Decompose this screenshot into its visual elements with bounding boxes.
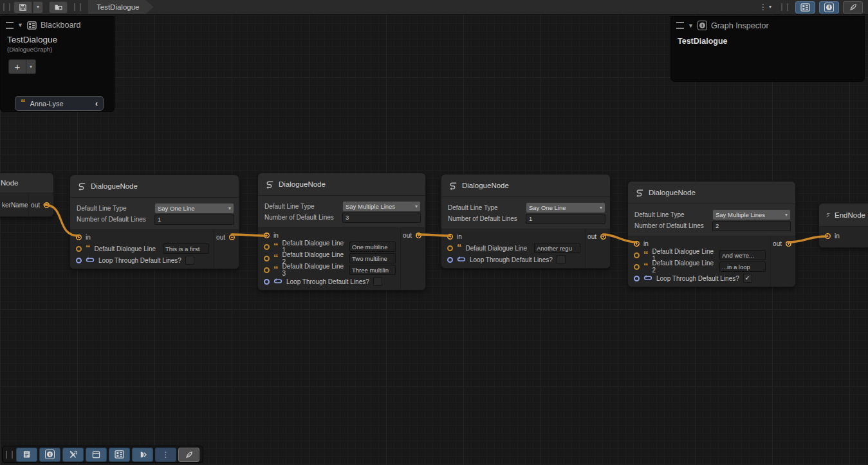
line-type-dropdown[interactable]: Say One Line▾	[526, 202, 605, 213]
collapse-triangle-icon[interactable]: ▼	[17, 22, 23, 28]
dialogue-line-field[interactable]: Two multiline	[349, 253, 396, 263]
save-icon	[19, 3, 27, 12]
preview-panel-button[interactable]	[132, 448, 153, 462]
open-asset-button[interactable]	[49, 1, 68, 14]
dialogue-line-field[interactable]: Three multilin	[349, 265, 396, 275]
field-label: Number of Default Lines	[634, 222, 712, 229]
save-button[interactable]	[14, 1, 32, 14]
flow-icon	[264, 180, 274, 189]
dialogue-line-field[interactable]: Another regu	[534, 243, 580, 253]
graph-asset-name: TestDialogue	[7, 35, 107, 44]
input-port[interactable]	[634, 252, 640, 258]
field-label: Default Line Type	[448, 204, 526, 211]
overlay-kebab-button[interactable]: ⋮	[155, 448, 176, 462]
dialogue-node-4[interactable]: DialogueNode Default Line Type Say Multi…	[627, 181, 796, 287]
quote-icon	[273, 268, 279, 272]
edge[interactable]	[232, 234, 266, 236]
dialogue-tool-button[interactable]	[178, 448, 199, 462]
port-label: out	[31, 202, 40, 209]
dialogue-line-field[interactable]: And we're...	[719, 250, 766, 260]
graph-breadcrumb-tab[interactable]: TestDialogue	[88, 0, 153, 14]
blackboard-panel[interactable]: ▼ Blackboard TestDialogue (DialogueGraph…	[0, 16, 115, 112]
node-title: EndNode	[835, 211, 865, 219]
loop-icon	[86, 256, 95, 264]
quote-icon	[643, 265, 649, 269]
line-count-field[interactable]: 1	[154, 214, 234, 225]
collapse-triangle-icon[interactable]: ▼	[688, 23, 694, 29]
overlay-menu-button[interactable]: ⋮ ▾	[757, 3, 774, 11]
toolbar-drag-handle[interactable]	[3, 3, 10, 11]
dialogue-line-field[interactable]: This is a first	[163, 243, 209, 254]
input-port[interactable]	[264, 244, 270, 250]
flow-icon	[634, 188, 644, 198]
dialogue-tool-toggle-button[interactable]	[843, 1, 863, 14]
info-icon: i	[824, 3, 834, 12]
toolbar-drag-handle[interactable]	[6, 451, 13, 459]
blackboard-entry-label: Anna-Lyse	[30, 100, 91, 108]
end-node[interactable]: EndNode in	[818, 203, 868, 248]
quote-icon	[21, 101, 26, 106]
blackboard-toggle-button[interactable]	[795, 1, 815, 14]
blackboard-panel-button[interactable]	[109, 448, 130, 462]
field-label: Number of Default Lines	[264, 214, 342, 221]
input-port[interactable]	[76, 246, 82, 252]
dialogue-node-1[interactable]: DialogueNode Default Line Type Say One L…	[69, 175, 239, 269]
input-port[interactable]	[264, 279, 270, 285]
line-type-dropdown[interactable]: Say Multiple Lines▾	[342, 201, 421, 212]
loop-checkbox[interactable]	[557, 255, 566, 264]
toolbar-drag-handle[interactable]	[74, 3, 81, 11]
loop-checkbox[interactable]: ✓	[743, 274, 752, 283]
console-panel-button[interactable]	[16, 448, 37, 462]
node-title: DialogueNode	[462, 182, 509, 189]
input-port[interactable]	[634, 276, 640, 281]
field-label: Number of Default Lines	[77, 216, 154, 223]
drag-handle-icon[interactable]	[6, 22, 14, 29]
loop-checkbox[interactable]	[185, 256, 194, 265]
top-toolbar: ▾ TestDialogue ⋮ ▾ i	[0, 0, 868, 15]
chevron-down-icon: ▾	[37, 5, 39, 10]
loop-checkbox[interactable]	[373, 277, 382, 286]
input-port[interactable]	[264, 267, 270, 273]
graph-inspector-panel[interactable]: ▼ i Graph Inspector TestDialogue	[670, 16, 865, 82]
toolbar-drag-handle[interactable]	[781, 3, 788, 11]
half-disc-chevron-icon	[138, 451, 147, 459]
input-port[interactable]	[634, 264, 640, 270]
line-type-dropdown[interactable]: Say One Line▾	[154, 203, 234, 214]
drag-handle-icon[interactable]	[676, 22, 684, 29]
field-label: Default Line Type	[634, 211, 712, 218]
graph-editor-canvas[interactable]: Node kerName out DialogueNode Default Li…	[0, 0, 868, 465]
tools-panel-button[interactable]	[62, 448, 84, 462]
graph-inspector-toggle-button[interactable]: i	[819, 1, 839, 14]
chevron-down-icon: ▾	[769, 5, 771, 10]
inspector-panel-button[interactable]: i	[39, 448, 60, 462]
chevron-down-icon: ▾	[415, 204, 418, 209]
input-port[interactable]	[264, 256, 270, 261]
node-title: DialogueNode	[91, 182, 138, 190]
dialogue-line-field[interactable]: ...in a loop	[719, 261, 766, 272]
node-title: DialogueNode	[649, 189, 696, 196]
input-port[interactable]	[447, 257, 453, 263]
window-panel-button[interactable]	[86, 448, 107, 462]
input-port[interactable]	[76, 258, 82, 263]
info-icon: i	[697, 21, 707, 30]
dialogue-node-3[interactable]: DialogueNode Default Line Type Say One L…	[441, 174, 611, 269]
blackboard-entry[interactable]: Anna-Lyse ‹	[15, 96, 104, 111]
quote-icon	[86, 247, 91, 251]
save-dropdown-button[interactable]: ▾	[33, 1, 43, 14]
line-count-field[interactable]: 2	[712, 221, 791, 231]
edge[interactable]	[418, 234, 450, 236]
blackboard-icon	[115, 450, 124, 459]
input-port[interactable]	[447, 245, 453, 251]
line-count-field[interactable]: 1	[526, 214, 605, 224]
line-count-field[interactable]: 3	[342, 213, 421, 223]
add-variable-button[interactable]: +	[8, 59, 26, 74]
dialogue-line-field[interactable]: One multiline	[349, 242, 396, 252]
feather-icon	[185, 451, 193, 459]
flow-icon	[826, 210, 830, 220]
field-label: Number of Default Lines	[448, 215, 526, 222]
add-variable-dropdown[interactable]: ▾	[26, 59, 36, 74]
line-type-dropdown[interactable]: Say Multiple Lines▾	[712, 209, 791, 220]
dialogue-node-2[interactable]: DialogueNode Default Line Type Say Multi…	[257, 173, 426, 290]
chevron-left-icon[interactable]: ‹	[95, 99, 98, 108]
speaker-node-partial[interactable]: Node kerName out	[0, 173, 54, 217]
